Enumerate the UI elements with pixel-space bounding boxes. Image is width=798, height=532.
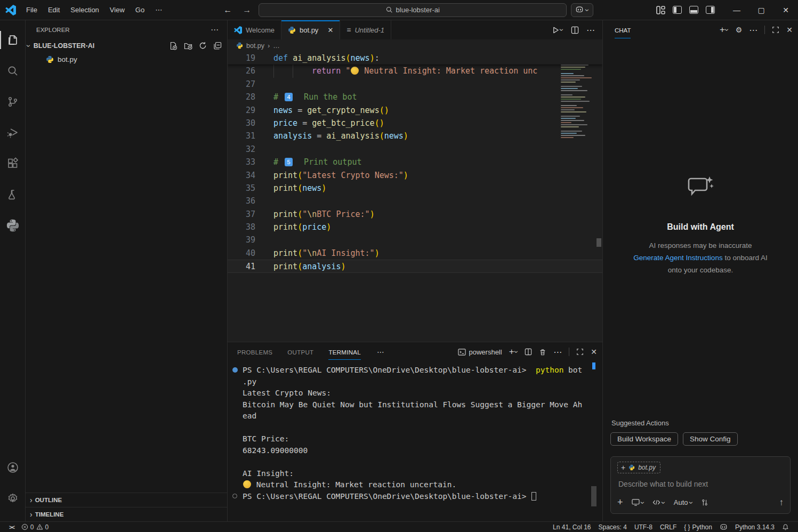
panel-tabs-more-icon[interactable]: ⋯ [377,348,384,356]
tab-problems[interactable]: PROBLEMS [237,344,272,359]
editor-more-icon[interactable]: ⋯ [586,25,595,35]
settings-gear-icon[interactable] [0,486,26,511]
copilot-button[interactable]: › [571,3,593,17]
project-root-row[interactable]: › BLUE-LOBSTER-AI [26,39,227,52]
model-select[interactable]: Auto › [674,498,692,507]
python-view-icon[interactable] [0,213,26,238]
generate-instructions-link[interactable]: Generate Agent Instructions [633,254,722,262]
maximize-panel-icon[interactable] [576,348,584,356]
mode-select[interactable]: › [652,498,665,507]
forward-arrow-icon[interactable]: → [239,5,254,15]
explorer-icon[interactable] [0,28,26,52]
python-interpreter[interactable]: Python 3.14.3 [731,523,778,531]
shell-select[interactable]: powershell [458,348,502,356]
code-lines: 19def ai_analysis(news):26return " Neutr… [228,52,602,273]
tab-welcome[interactable]: Welcome [228,20,281,39]
menu-file[interactable]: File [21,4,42,16]
language-mode[interactable]: { } Python [680,523,716,531]
indentation[interactable]: Spaces: 4 [595,523,631,531]
tab-close-icon[interactable]: ✕ [327,26,333,34]
cursor-position[interactable]: Ln 41, Col 16 [549,523,594,531]
close-panel-icon[interactable]: ✕ [591,348,597,356]
show-config-button[interactable]: Show Config [683,432,738,446]
split-editor-icon[interactable] [571,26,579,34]
chat-disclaimer: AI responses may be inaccurate [649,241,752,249]
terminal-command-mark [592,362,595,369]
context-file-name: bot.py [638,464,656,471]
chat-more-icon[interactable]: ⋯ [749,25,757,35]
chevron-down-icon: › [558,29,567,31]
tab-label: Untitled-1 [354,26,384,34]
chat-input-box[interactable]: + bot.py Describe what to build next + › [610,456,791,514]
toggle-panel-icon[interactable] [689,6,698,14]
timeline-label: TIMELINE [35,511,64,518]
chevron-down-icon: › [660,501,668,504]
run-python-button[interactable]: › [552,26,563,34]
breadcrumb[interactable]: bot.py › … [228,39,602,52]
new-file-icon[interactable] [169,42,178,50]
tab-terminal[interactable]: TERMINAL [328,344,361,360]
account-icon[interactable] [0,455,26,480]
attach-icon[interactable]: + [617,497,623,508]
command-center-search[interactable]: blue-lobster-ai [259,3,567,17]
vscode-window: File Edit Selection View Go ⋯ ← → blue-l… [0,0,798,532]
close-button[interactable]: ✕ [773,0,798,20]
chat-tab[interactable]: CHAT [615,22,631,38]
new-chat-button[interactable]: + › [720,25,729,35]
tab-label: bot.py [300,26,318,34]
search-view-icon[interactable] [0,59,26,83]
timeline-section[interactable]: › TIMELINE [26,507,227,521]
file-item-botpy[interactable]: bot.py [26,52,227,66]
panel-more-icon[interactable]: ⋯ [553,347,562,357]
tab-botpy[interactable]: bot.py ✕ [281,20,340,39]
chat-maximize-icon[interactable] [772,26,779,34]
eol-sequence[interactable]: CRLF [656,523,680,531]
code-editor[interactable]: 19def ai_analysis(news):26return " Neutr… [228,52,602,342]
tab-untitled[interactable]: ≡ Untitled-1 [340,20,391,39]
menu-edit[interactable]: Edit [43,4,65,16]
terminal-scrollbar[interactable] [591,486,597,506]
encoding[interactable]: UTF-8 [631,523,656,531]
terminal[interactable]: PS C:\Users\REGAL COMPUTERS\OneDrive\Des… [228,361,602,521]
chat-input-placeholder[interactable]: Describe what to build next [618,480,783,488]
editor-scrollbar[interactable] [595,52,602,342]
session-target-select[interactable]: › [632,498,644,507]
notifications-bell-icon[interactable] [778,523,793,531]
maximize-button[interactable]: ▢ [749,0,773,20]
menu-selection[interactable]: Selection [66,4,103,16]
minimap[interactable] [558,52,595,141]
build-workspace-button[interactable]: Build Workspace [610,432,678,446]
testing-icon[interactable] [0,182,26,207]
extensions-icon[interactable] [0,151,26,176]
toggle-secondary-sidebar-icon[interactable] [706,6,715,14]
send-icon[interactable]: ↑ [779,497,784,508]
copilot-status-icon[interactable] [716,524,731,530]
menu-view[interactable]: View [105,4,130,16]
configure-tools-icon[interactable] [701,499,708,506]
collapse-all-icon[interactable] [213,42,222,50]
context-chip[interactable]: + bot.py [617,462,660,473]
bottom-panel: PROBLEMS OUTPUT TERMINAL ⋯ powershell + … [228,342,602,521]
tab-bar: Welcome bot.py ✕ ≡ Untitled-1 › [228,20,602,39]
menu-more[interactable]: ⋯ [150,4,167,16]
outline-section[interactable]: › OUTLINE [26,493,227,507]
toggle-primary-sidebar-icon[interactable] [673,6,682,14]
minimize-button[interactable]: — [724,0,749,20]
tab-output[interactable]: OUTPUT [287,344,313,359]
explorer-more-icon[interactable]: ⋯ [211,25,219,35]
remote-indicator[interactable]: >< [5,522,18,532]
customize-layout-icon[interactable] [656,6,665,14]
split-terminal-icon[interactable] [525,348,532,356]
problems-status[interactable]: 0 0 [18,522,52,532]
run-debug-icon[interactable] [0,120,26,145]
source-control-icon[interactable] [0,90,26,114]
python-file-icon [628,464,635,471]
back-arrow-icon[interactable]: ← [220,5,235,15]
chat-settings-gear-icon[interactable]: ⚙ [736,26,743,34]
chat-close-icon[interactable]: ✕ [786,26,793,34]
new-terminal-button[interactable]: + › [509,346,518,357]
kill-terminal-icon[interactable] [539,348,546,356]
menu-go[interactable]: Go [131,4,149,16]
refresh-icon[interactable] [199,42,207,50]
new-folder-icon[interactable] [184,42,192,50]
